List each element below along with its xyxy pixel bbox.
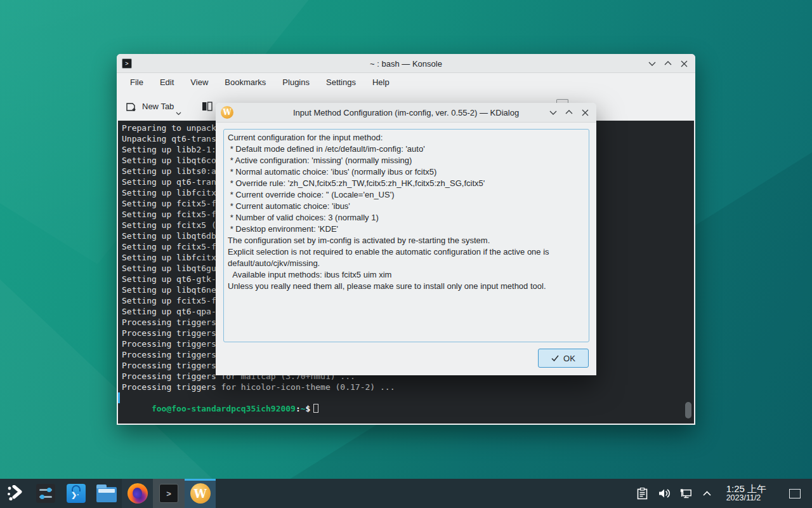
- konsole-titlebar[interactable]: > ~ : bash — Konsole: [117, 54, 695, 73]
- message-line: * Normal automatic choice: 'ibus' (norma…: [228, 166, 585, 178]
- message-line: Unless you really need them all, please …: [228, 281, 585, 292]
- im-config-task-icon: W: [190, 483, 211, 504]
- tray-expander-icon[interactable]: [701, 487, 714, 500]
- konsole-icon: >: [159, 484, 178, 503]
- split-view-icon: [202, 102, 213, 111]
- close-icon[interactable]: [679, 58, 689, 69]
- firefox-icon: [128, 483, 148, 504]
- new-tab-label: New Tab: [142, 102, 174, 111]
- maximize-icon[interactable]: [663, 58, 673, 69]
- kdialog-window-title: Input Method Configuration (im-config, v…: [216, 103, 596, 122]
- terminal-line: Processing triggers for hicolor-icon-the…: [122, 382, 694, 392]
- message-line: * Current override choice: '' (Locale='e…: [228, 189, 585, 201]
- message-line: * Active configuration: 'missing' (norma…: [228, 155, 585, 166]
- message-line: Current configuration for the input meth…: [228, 132, 585, 144]
- firefox-task-button[interactable]: [122, 479, 153, 508]
- clock-date: 2023/11/2: [726, 494, 766, 503]
- menu-item[interactable]: Plugins: [274, 74, 318, 91]
- menu-item[interactable]: Bookmarks: [216, 74, 274, 91]
- prompt-colon: :: [296, 404, 301, 413]
- konsole-task-button[interactable]: >: [153, 479, 185, 508]
- prompt-user-host: foo@foo-standardpcq35ich92009: [152, 404, 296, 413]
- konsole-window-title: ~ : bash — Konsole: [117, 54, 695, 73]
- clock-time: 1:25 上午: [726, 484, 766, 495]
- im-config-message: Current configuration for the input meth…: [223, 129, 589, 342]
- kdialog-titlebar[interactable]: W Input Method Configuration (im-config,…: [216, 103, 596, 123]
- file-manager-button[interactable]: [91, 479, 122, 508]
- new-tab-icon: [126, 102, 137, 112]
- menu-item[interactable]: Help: [364, 74, 398, 91]
- kdialog-window: W Input Method Configuration (im-config,…: [216, 103, 596, 375]
- discover-icon: ❯·: [67, 484, 86, 503]
- taskbar: ❯· > W: [0, 479, 812, 508]
- active-task-indicator: [185, 479, 216, 481]
- message-line: * Default mode defined in /etc/default/i…: [228, 144, 585, 155]
- prompt-path: ~: [301, 404, 306, 413]
- terminal-prompt-line: foo@foo-standardpcq35ich92009:~$: [122, 392, 694, 403]
- system-settings-icon: [36, 484, 55, 503]
- check-icon: [551, 355, 559, 361]
- message-line: * Current automatic choice: 'ibus': [228, 201, 585, 212]
- message-line: * Number of valid choices: 3 (normally 1…: [228, 212, 585, 224]
- app-launcher-button[interactable]: [0, 479, 30, 508]
- kdialog-task-button[interactable]: W: [185, 479, 216, 508]
- prompt-dollar: $: [306, 404, 311, 413]
- message-line: Explicit selection is not required to en…: [228, 246, 585, 269]
- clipboard-tray-icon[interactable]: [636, 487, 649, 500]
- network-tray-icon[interactable]: [679, 487, 692, 500]
- konsole-menubar: FileEditViewBookmarksPluginsSettingsHelp: [117, 73, 695, 92]
- discover-button[interactable]: ❯·: [61, 479, 91, 508]
- chevron-down-icon: [176, 112, 181, 116]
- kde-launcher-icon: [6, 485, 24, 502]
- message-line: Available input methods: ibus fcitx5 uim…: [228, 269, 585, 281]
- folder-icon: [96, 487, 117, 502]
- volume-tray-icon[interactable]: [658, 487, 671, 500]
- terminal-cursor: [313, 404, 318, 413]
- show-desktop-button[interactable]: [789, 489, 801, 498]
- ok-button-label: OK: [563, 354, 575, 363]
- menu-item[interactable]: View: [182, 74, 216, 91]
- maximize-icon[interactable]: [564, 107, 574, 117]
- prompt-marker: [118, 392, 120, 403]
- message-line: * Override rule: 'zh_CN,fcitx5:zh_TW,fci…: [228, 178, 585, 189]
- minimize-icon[interactable]: [647, 58, 657, 69]
- message-line: * Desktop environment: 'KDE': [228, 224, 585, 235]
- close-icon[interactable]: [580, 107, 590, 117]
- terminal-scrollbar[interactable]: [685, 402, 691, 418]
- message-line: The configuration set by im-config is ac…: [228, 235, 585, 246]
- new-tab-button[interactable]: New Tab: [126, 102, 174, 112]
- digital-clock[interactable]: 1:25 上午 2023/11/2: [726, 484, 766, 503]
- menu-item[interactable]: Settings: [318, 74, 364, 91]
- ok-button[interactable]: OK: [538, 349, 589, 368]
- kdialog-body: Current configuration for the input meth…: [216, 123, 596, 375]
- minimize-icon[interactable]: [548, 107, 558, 117]
- system-settings-button[interactable]: [30, 479, 61, 508]
- menu-item[interactable]: Edit: [152, 74, 182, 91]
- menu-item[interactable]: File: [122, 74, 152, 91]
